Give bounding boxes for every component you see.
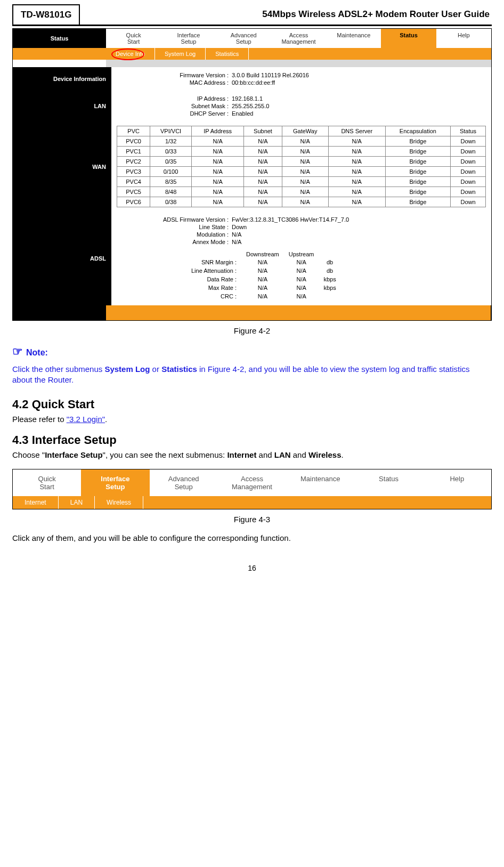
main-tab[interactable]: InterfaceSetup <box>161 29 216 48</box>
main-tab[interactable]: QuickStart <box>106 29 161 48</box>
adsl-fw-label: ADSL Firmware Version : <box>133 216 232 223</box>
lan-mask-value: 255.255.255.0 <box>232 103 269 109</box>
adsl-mod-value: N/A <box>232 231 241 238</box>
note-heading: ☞Note: <box>12 345 492 359</box>
lan-dhcp-value: Enabled <box>232 110 253 117</box>
model-badge: TD-W8101G <box>12 4 80 25</box>
wan-table: PVCVPI/VCIIP AddressSubnetGateWayDNS Ser… <box>117 126 486 207</box>
main-tab[interactable]: Status <box>381 29 436 48</box>
main-tab[interactable]: AdvancedSetup <box>150 469 218 496</box>
wan-col: GateWay <box>282 126 328 136</box>
table-row: PVC10/33N/AN/AN/AN/ABridgeDown <box>117 147 486 157</box>
main-tab[interactable]: AccessManagement <box>218 469 286 496</box>
table-row: Line Attenuation :N/AN/Adb <box>187 267 340 274</box>
main-tab[interactable]: Status <box>354 469 422 496</box>
wan-col: DNS Server <box>328 126 385 136</box>
table-row: PVC01/32N/AN/AN/AN/ABridgeDown <box>117 136 486 147</box>
main-tab[interactable]: InterfaceSetup <box>81 469 149 496</box>
main-tab[interactable]: Maintenance <box>326 29 381 48</box>
hand-icon: ☞ <box>12 345 23 358</box>
lan-mask-label: Subnet Mask : <box>133 103 232 109</box>
section-4-3-text: Choose "Interface Setup", you can see th… <box>12 450 492 459</box>
adsl-stats-table: DownstreamUpstream SNR Margin :N/AN/AdbL… <box>186 250 342 301</box>
main-tab[interactable]: Help <box>423 469 491 496</box>
figure-caption-2: Figure 4-3 <box>12 515 492 524</box>
sub-tab[interactable]: LAN <box>59 496 95 509</box>
page-number: 16 <box>12 564 492 572</box>
adsl-mod-label: Modulation : <box>133 231 232 238</box>
note-paragraph: Click the other submenus System Log or S… <box>12 364 492 386</box>
login-link[interactable]: "3.2 Login" <box>67 415 105 424</box>
table-row: PVC48/35N/AN/AN/AN/ABridgeDown <box>117 177 486 187</box>
lan-dhcp-label: DHCP Server : <box>133 110 232 117</box>
sub-tab[interactable]: System Log <box>155 48 206 60</box>
lan-ip-label: IP Address : <box>133 95 232 102</box>
wan-col: Status <box>451 126 486 136</box>
table-row: CRC :N/AN/A <box>187 293 340 300</box>
section-4-2-text: Please refer to "3.2 Login". <box>12 415 492 424</box>
fw-label: Firmware Version : <box>133 72 232 78</box>
section-lan: LAN <box>13 91 111 121</box>
adsl-annex-value: N/A <box>232 239 241 245</box>
sub-tab[interactable]: Device Info <box>106 48 155 60</box>
wan-col: PVC <box>117 126 150 136</box>
sub-tab[interactable]: Wireless <box>95 496 143 509</box>
screenshot-interface-setup: QuickStartInterfaceSetupAdvancedSetupAcc… <box>12 469 492 509</box>
adsl-line-label: Line State : <box>133 224 232 230</box>
main-tab[interactable]: Maintenance <box>286 469 354 496</box>
bottom-paragraph: Click any of them, and you will be able … <box>12 533 492 542</box>
table-row: PVC60/38N/AN/AN/AN/ABridgeDown <box>117 197 486 207</box>
adsl-annex-label: Annex Mode : <box>133 239 232 245</box>
section-adsl: ADSL <box>13 212 111 305</box>
table-row: Data Rate :N/AN/Akbps <box>187 276 340 283</box>
table-row: PVC30/100N/AN/AN/AN/ABridgeDown <box>117 167 486 177</box>
table-row: SNR Margin :N/AN/Adb <box>187 258 340 266</box>
adsl-fw-value: FwVer:3.12.8.31_TC3086 HwVer:T14.F7_7.0 <box>232 216 349 223</box>
sub-tab[interactable]: Internet <box>13 496 59 509</box>
fw-value: 3.0.0 Build 110119 Rel.26016 <box>232 72 309 78</box>
sub-tab[interactable]: Statistics <box>206 48 249 60</box>
doc-title: 54Mbps Wireless ADSL2+ Modem Router User… <box>80 5 492 24</box>
section-device-info: Device Information <box>13 67 111 91</box>
mac-value: 00:bb:cc:dd:ee:ff <box>232 79 275 86</box>
lan-ip-value: 192.168.1.1 <box>232 95 263 102</box>
adsl-line-value: Down <box>232 224 247 230</box>
wan-col: Subnet <box>244 126 282 136</box>
section-4-2-heading: 4.2 Quick Start <box>12 398 492 411</box>
main-tab[interactable]: Help <box>436 29 491 48</box>
table-row: Max Rate :N/AN/Akbps <box>187 284 340 291</box>
wan-col: Encapsulation <box>385 126 450 136</box>
section-4-3-heading: 4.3 Interface Setup <box>12 433 492 447</box>
screenshot-status-page: Status QuickStartInterfaceSetupAdvancedS… <box>12 28 492 321</box>
main-tab[interactable]: QuickStart <box>13 469 81 496</box>
table-row: PVC58/48N/AN/AN/AN/ABridgeDown <box>117 187 486 197</box>
section-wan: WAN <box>13 121 111 212</box>
sidebar-status: Status <box>13 29 106 48</box>
main-tab[interactable]: AccessManagement <box>271 29 326 48</box>
mac-label: MAC Address : <box>133 79 232 86</box>
table-row: PVC20/35N/AN/AN/AN/ABridgeDown <box>117 157 486 167</box>
figure-caption-1: Figure 4-2 <box>12 326 492 335</box>
main-tab[interactable]: AdvancedSetup <box>216 29 271 48</box>
wan-col: IP Address <box>191 126 243 136</box>
wan-col: VPI/VCI <box>150 126 192 136</box>
